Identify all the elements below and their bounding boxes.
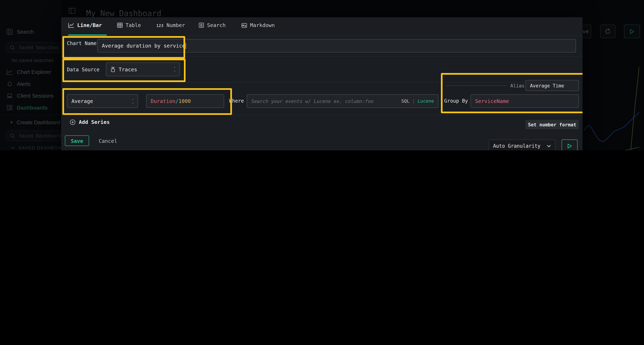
add-series-button[interactable]: Add Series — [70, 119, 110, 125]
chevron-down-icon — [547, 145, 551, 147]
select-chevrons-icon: ⌃⌄ — [132, 99, 134, 103]
cancel-button[interactable]: Cancel — [96, 135, 120, 146]
number-123-icon: 123 — [156, 22, 164, 28]
granularity-select[interactable]: Auto Granularity — [488, 139, 556, 150]
where-label: Where — [229, 98, 244, 104]
alias-input[interactable]: Average Time — [526, 80, 579, 91]
database-icon — [110, 67, 116, 72]
tab-markdown[interactable]: Markdown — [241, 22, 274, 28]
app-root: HyperDX My New Dashboard Save 4:04:00 PM — [0, 0, 644, 150]
document-icon — [199, 22, 204, 28]
alias-label: Alias — [510, 83, 524, 89]
chart-name-label: Chart Name — [67, 40, 96, 46]
save-button[interactable]: Save — [65, 135, 89, 146]
text-caret — [186, 43, 186, 49]
markdown-icon — [241, 23, 247, 28]
tab-number[interactable]: 123Number — [156, 22, 185, 28]
plus-circle-icon — [70, 119, 76, 125]
set-number-format-button[interactable]: Set number format — [526, 120, 579, 129]
tab-line-bar[interactable]: Line/Bar — [68, 22, 102, 28]
chart-editor-modal: Line/BarTable123NumberSearchMarkdown Cha… — [61, 17, 583, 150]
data-source-label: Data Source — [67, 67, 100, 73]
table-icon — [117, 22, 123, 28]
group-by-label: Group By — [444, 98, 468, 104]
where-search-input[interactable]: SQL | Lucene — [247, 94, 438, 108]
play-icon — [568, 144, 572, 149]
field-expression-input[interactable]: Duration/1000 — [146, 94, 224, 108]
tab-table[interactable]: Table — [117, 22, 141, 28]
run-chart-button[interactable] — [562, 139, 578, 150]
tab-search[interactable]: Search — [199, 22, 226, 28]
aggregation-select[interactable]: Average ⌃⌄ — [67, 94, 138, 108]
select-chevrons-icon: ⌃⌄ — [174, 67, 176, 71]
group-by-input[interactable]: ServiceName — [470, 94, 579, 108]
query-language-toggle[interactable]: SQL | Lucene — [401, 98, 434, 104]
active-tab-underline — [68, 34, 107, 36]
data-source-select[interactable]: Traces ⌃⌄ — [106, 62, 180, 76]
chart-name-input[interactable]: Average duration by service — [97, 39, 576, 52]
line-chart-icon — [68, 22, 74, 28]
